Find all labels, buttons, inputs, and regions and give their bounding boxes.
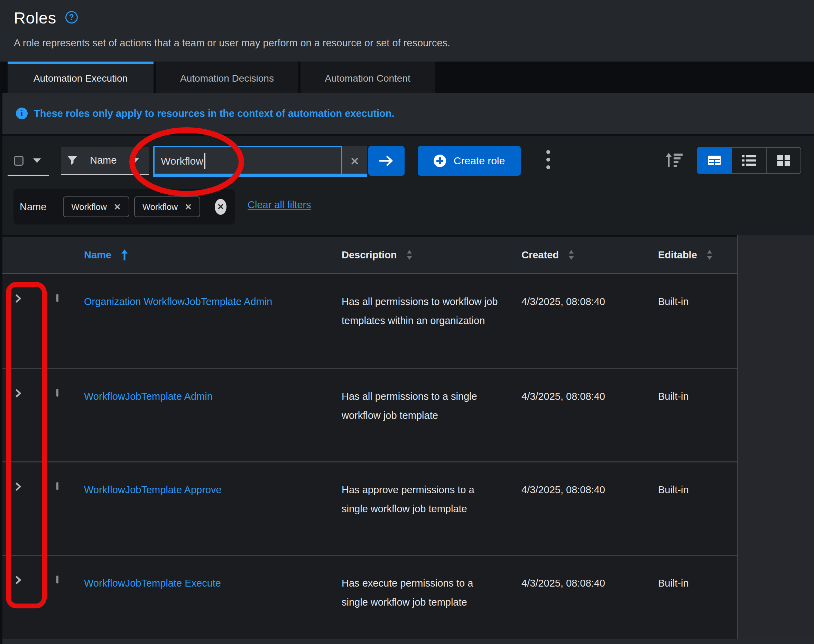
search-input-group: Workflow ✕ — [153, 146, 367, 176]
role-description-cell: Has all permissions to a single workflow… — [334, 369, 514, 462]
clear-all-filters-link[interactable]: Clear all filters — [248, 199, 311, 211]
create-role-button[interactable]: Create role — [418, 146, 521, 176]
chip-label: Workflow — [143, 202, 178, 212]
column-header-created[interactable]: Created — [514, 249, 650, 261]
filter-icon — [67, 156, 77, 165]
row-checkbox[interactable] — [56, 294, 58, 302]
page-header: Roles ? A role represents set of actions… — [0, 0, 814, 61]
tab-automation-content[interactable]: Automation Content — [300, 61, 435, 93]
table-view-button[interactable] — [697, 148, 731, 173]
chip-group-label: Name — [20, 201, 46, 213]
grid-view-button[interactable] — [766, 148, 800, 173]
role-created-cell: 4/3/2025, 08:08:40 — [514, 274, 650, 368]
toolbar-kebab-menu[interactable] — [546, 150, 550, 169]
bulk-select-toggle[interactable] — [8, 147, 49, 176]
sortable-icon — [706, 249, 713, 261]
role-created-cell: 4/3/2025, 08:08:40 — [514, 462, 650, 555]
role-created-cell: 4/3/2025, 08:08:40 — [514, 369, 650, 462]
filter-category-label: Name — [90, 155, 119, 166]
table-row: WorkflowJobTemplate Admin Has all permis… — [0, 369, 814, 462]
role-editable-cell: Built-in — [650, 369, 737, 462]
chip-label: Workflow — [71, 202, 106, 212]
row-select-cell — [36, 274, 73, 368]
search-input-value: Workflow — [161, 155, 203, 167]
list-view-button[interactable] — [731, 148, 766, 173]
role-description: Has all permissions to workflow job temp… — [342, 292, 501, 330]
column-header-label: Editable — [658, 249, 697, 261]
role-name-link[interactable]: Organization WorkflowJobTemplate Admin — [84, 296, 272, 307]
clear-search-button[interactable]: ✕ — [342, 146, 367, 176]
expand-row-chevron-icon[interactable] — [15, 388, 22, 398]
expand-row-chevron-icon[interactable] — [15, 294, 22, 303]
tab-automation-decisions[interactable]: Automation Decisions — [156, 61, 298, 93]
toolbar: Name Workflow ✕ Create role — [0, 136, 814, 235]
column-header-label: Description — [342, 249, 397, 261]
actions-column-band — [737, 235, 814, 644]
submit-search-button[interactable] — [368, 146, 405, 176]
text-cursor — [204, 153, 205, 169]
info-alert: i These roles only apply to resources in… — [0, 93, 814, 136]
role-editable-cell: Built-in — [650, 274, 737, 368]
expand-cell — [0, 462, 36, 555]
chevron-down-icon — [33, 158, 41, 163]
row-checkbox[interactable] — [56, 575, 58, 583]
help-icon[interactable]: ? — [65, 11, 78, 23]
table-row: WorkflowJobTemplate Approve Has approve … — [0, 462, 814, 556]
expand-row-chevron-icon[interactable] — [15, 575, 22, 585]
roles-page: Roles ? A role represents set of actions… — [0, 0, 814, 644]
row-select-cell — [36, 462, 73, 555]
bulk-select-checkbox[interactable] — [14, 156, 23, 166]
sort-ascending-icon — [120, 249, 129, 261]
row-checkbox[interactable] — [56, 482, 58, 490]
filter-chip: Workflow ✕ — [63, 196, 129, 217]
role-name-cell: WorkflowJobTemplate Approve — [73, 462, 334, 555]
chip-remove-icon[interactable]: ✕ — [185, 202, 192, 212]
role-name-link[interactable]: WorkflowJobTemplate Admin — [84, 391, 213, 402]
filter-chip-group: Name Workflow ✕ Workflow ✕ ✕ — [14, 189, 235, 224]
row-checkbox[interactable] — [56, 389, 58, 397]
left-edge-gutter — [0, 61, 2, 644]
view-toggle-group — [697, 147, 801, 174]
column-header-name[interactable]: Name — [73, 249, 334, 261]
filter-chip: Workflow ✕ — [134, 196, 200, 217]
role-description: Has all permissions to a single workflow… — [342, 387, 501, 425]
bottom-strip — [0, 639, 814, 644]
row-select-cell — [36, 369, 73, 462]
role-description-cell: Has execute permissions to a single work… — [334, 556, 514, 644]
info-alert-text: These roles only apply to resources in t… — [34, 108, 394, 119]
expand-cell — [0, 274, 36, 368]
chip-remove-icon[interactable]: ✕ — [114, 202, 121, 212]
expand-cell — [0, 556, 36, 644]
tab-gap — [298, 61, 300, 93]
search-focus-underline — [153, 173, 367, 177]
grid-view-icon — [777, 155, 790, 166]
sortable-icon — [568, 249, 575, 261]
tab-automation-execution[interactable]: Automation Execution — [8, 61, 153, 93]
role-description: Has execute permissions to a single work… — [342, 574, 501, 612]
role-editable-cell: Built-in — [650, 556, 737, 644]
row-select-cell — [36, 556, 73, 644]
role-name-link[interactable]: WorkflowJobTemplate Approve — [84, 484, 222, 495]
role-name-cell: WorkflowJobTemplate Admin — [73, 369, 334, 462]
role-description-cell: Has all permissions to workflow job temp… — [334, 274, 514, 368]
sortable-icon — [406, 249, 413, 261]
filter-category-dropdown[interactable]: Name — [61, 147, 149, 175]
info-icon: i — [16, 107, 28, 119]
tab-bar: Automation Execution Automation Decision… — [0, 61, 814, 93]
role-name-link[interactable]: WorkflowJobTemplate Execute — [84, 578, 221, 589]
expand-row-chevron-icon[interactable] — [15, 482, 22, 491]
role-description: Has approve permissions to a single work… — [342, 480, 501, 518]
column-header-label: Created — [521, 249, 559, 261]
role-editable-cell: Built-in — [650, 462, 737, 555]
chip-group-close-button[interactable]: ✕ — [215, 199, 227, 215]
page-title: Roles — [14, 8, 56, 27]
arrow-right-icon — [379, 155, 394, 167]
column-header-description[interactable]: Description — [334, 249, 514, 261]
table-header-row: Name Description Created Editable — [0, 236, 814, 274]
column-header-label: Name — [84, 249, 111, 261]
create-role-label: Create role — [454, 155, 505, 167]
search-input[interactable]: Workflow — [153, 146, 342, 176]
tab-gap — [153, 61, 156, 93]
sort-icon[interactable] — [665, 152, 682, 168]
column-header-editable[interactable]: Editable — [650, 249, 737, 261]
